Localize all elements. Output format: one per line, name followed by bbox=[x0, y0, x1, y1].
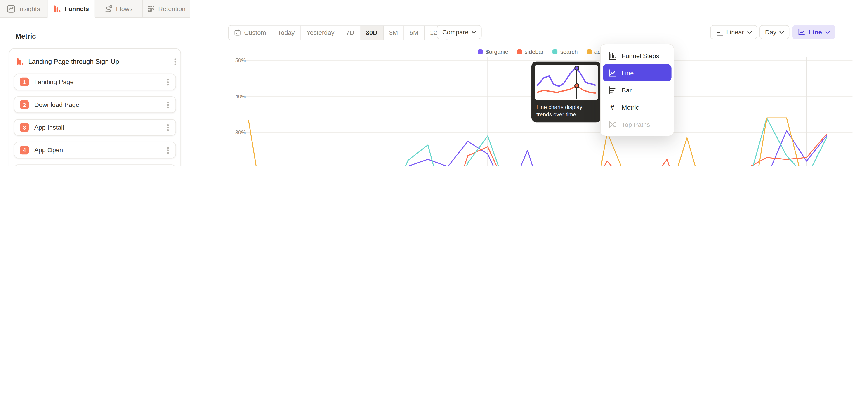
funnel-step-row[interactable]: 1 Landing Page bbox=[14, 74, 176, 90]
series-search[interactable] bbox=[249, 118, 827, 166]
step-label: Download Page bbox=[34, 101, 167, 108]
line-chart-icon bbox=[608, 68, 617, 77]
funnel-metric-icon bbox=[16, 58, 24, 65]
menu-item-line[interactable]: Line bbox=[603, 64, 672, 82]
menu-item-label: Top Paths bbox=[622, 121, 650, 128]
date-range-6m[interactable]: 6M bbox=[404, 26, 425, 40]
line-chart-thumbnail bbox=[535, 65, 598, 100]
chevron-down-icon bbox=[747, 31, 752, 33]
tab-label: Retention bbox=[158, 5, 186, 12]
funnel-title-row[interactable]: Landing Page through Sign Up bbox=[16, 54, 176, 69]
menu-item-metric[interactable]: # Metric bbox=[600, 99, 674, 116]
bar-chart-icon bbox=[608, 86, 617, 94]
menu-item-label: Metric bbox=[622, 104, 639, 111]
kebab-menu-icon[interactable] bbox=[167, 127, 169, 128]
step-label: Landing Page bbox=[34, 79, 167, 85]
kebab-menu-icon[interactable] bbox=[167, 81, 169, 83]
metric-icon: # bbox=[608, 103, 617, 112]
tab-funnels[interactable]: Funnels bbox=[48, 0, 95, 18]
calendar-icon bbox=[234, 29, 241, 36]
funnel-step-row[interactable]: 5 Sign Up bbox=[14, 164, 176, 166]
retention-icon bbox=[147, 5, 155, 12]
funnel-title: Landing Page through Sign Up bbox=[28, 58, 175, 65]
date-range-30d[interactable]: 30D bbox=[360, 26, 383, 40]
scale-dropdown[interactable]: Linear bbox=[710, 25, 757, 39]
step-number-badge: 4 bbox=[20, 146, 29, 154]
report-main: CustomTodayYesterday7D30D3M6M12M Compare… bbox=[190, 0, 868, 166]
line-chart-tooltip: Line charts display trends over time. bbox=[531, 62, 601, 122]
tab-retention[interactable]: Retention bbox=[143, 0, 190, 17]
date-range-today[interactable]: Today bbox=[272, 26, 301, 40]
step-label: App Install bbox=[34, 124, 167, 131]
chart-type-menu: Funnel Steps Line Bar # Metric Top Paths bbox=[600, 44, 674, 136]
menu-item-bar[interactable]: Bar bbox=[600, 82, 674, 99]
date-range-control: CustomTodayYesterday7D30D3M6M12M bbox=[228, 25, 448, 40]
tab-label: Flows bbox=[116, 5, 133, 12]
date-range-3m[interactable]: 3M bbox=[383, 26, 404, 40]
kebab-menu-icon[interactable] bbox=[167, 149, 169, 151]
chevron-down-icon bbox=[825, 31, 830, 33]
menu-item-funnel-steps[interactable]: Funnel Steps bbox=[600, 47, 674, 64]
step-number-badge: 3 bbox=[20, 123, 29, 132]
funnel-step-row[interactable]: 2 Download Page bbox=[14, 96, 176, 113]
menu-item-label: Funnel Steps bbox=[622, 52, 659, 59]
granularity-label: Day bbox=[765, 29, 776, 35]
date-range-7d[interactable]: 7D bbox=[340, 26, 360, 40]
kebab-menu-icon[interactable] bbox=[167, 104, 169, 105]
insights-icon bbox=[7, 5, 15, 12]
funnels-report-page: Insights Funnels Flows Retention Metric bbox=[0, 0, 868, 166]
funnels-icon bbox=[53, 5, 61, 12]
funnel-step-row[interactable]: 4 App Open bbox=[14, 142, 176, 158]
step-label: App Open bbox=[34, 147, 167, 153]
tooltip-text: Line charts display trends over time. bbox=[535, 100, 598, 119]
tab-insights[interactable]: Insights bbox=[0, 0, 48, 17]
compare-label: Compare bbox=[442, 29, 469, 35]
scale-label: Linear bbox=[726, 29, 744, 35]
left-column: Insights Funnels Flows Retention Metric bbox=[0, 0, 190, 166]
funnel-step-row[interactable]: 3 App Install bbox=[14, 119, 176, 136]
metric-card: Landing Page through Sign Up 1 Landing P… bbox=[9, 48, 181, 166]
granularity-dropdown[interactable]: Day bbox=[760, 25, 789, 39]
report-tabbar: Insights Funnels Flows Retention bbox=[0, 0, 190, 18]
flows-icon bbox=[105, 5, 113, 12]
top-paths-icon bbox=[608, 120, 617, 129]
y-axis-label: 20% bbox=[235, 165, 246, 166]
step-number-badge: 2 bbox=[20, 100, 29, 109]
step-number-badge: 1 bbox=[20, 77, 29, 86]
tab-flows[interactable]: Flows bbox=[95, 0, 143, 17]
kebab-menu-icon[interactable] bbox=[174, 61, 176, 62]
y-axis-label: 50% bbox=[235, 58, 246, 64]
chevron-down-icon bbox=[780, 31, 784, 33]
series-organic[interactable] bbox=[249, 130, 827, 166]
chart-type-label: Line bbox=[809, 29, 822, 35]
linear-scale-icon bbox=[716, 29, 723, 36]
menu-item-label: Bar bbox=[622, 87, 631, 93]
chart-type-dropdown[interactable]: Line bbox=[792, 25, 835, 39]
series-sidebar[interactable] bbox=[249, 134, 827, 166]
funnel-steps-icon bbox=[608, 51, 617, 60]
date-range-custom[interactable]: Custom bbox=[228, 26, 272, 40]
query-builder-sidebar: Metric Landing Page through Sign Up 1 La… bbox=[0, 18, 190, 166]
series-ads[interactable] bbox=[249, 118, 827, 166]
menu-item-top-paths: Top Paths bbox=[600, 116, 674, 133]
y-axis-label: 40% bbox=[235, 94, 246, 99]
y-axis-label: 30% bbox=[235, 130, 246, 135]
menu-item-label: Line bbox=[622, 69, 633, 76]
metric-heading: Metric bbox=[16, 33, 36, 40]
date-range-yesterday[interactable]: Yesterday bbox=[301, 26, 341, 40]
tab-label: Insights bbox=[18, 5, 40, 12]
chevron-down-icon bbox=[472, 31, 476, 33]
tab-label: Funnels bbox=[64, 5, 89, 12]
line-chart-icon bbox=[798, 28, 805, 36]
compare-button[interactable]: Compare bbox=[437, 25, 482, 39]
